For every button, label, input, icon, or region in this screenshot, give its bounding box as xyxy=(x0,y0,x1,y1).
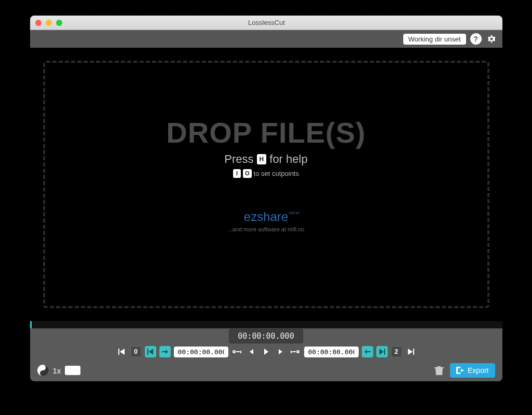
svg-rect-5 xyxy=(384,349,385,355)
time-display-row: 00:00:00.000 xyxy=(30,328,502,344)
step-forward-button[interactable] xyxy=(275,346,287,357)
svg-rect-0 xyxy=(118,349,119,355)
skip-start-icon xyxy=(118,349,125,355)
play-icon xyxy=(264,349,268,355)
end-time-input[interactable] xyxy=(304,347,359,357)
jump-start-button[interactable] xyxy=(231,346,243,357)
playback-controls: 0 2 xyxy=(30,344,502,359)
skip-end-icon xyxy=(408,349,414,355)
svg-rect-8 xyxy=(437,369,438,374)
promo-badge: NEW xyxy=(289,211,299,215)
play-button[interactable] xyxy=(261,346,272,357)
prev-keyframe-icon xyxy=(147,349,154,355)
start-time-input[interactable] xyxy=(174,347,228,357)
hand-right-icon xyxy=(364,349,371,355)
titlebar: LosslessCut xyxy=(30,16,502,30)
gear-icon xyxy=(486,34,497,44)
next-keyframe-icon xyxy=(379,349,385,355)
bottom-right-group: Export xyxy=(434,363,495,378)
settings-button[interactable] xyxy=(486,33,497,45)
svg-marker-3 xyxy=(149,349,153,355)
help-hint: Press H for help xyxy=(224,153,307,166)
prev-keyframe-button[interactable] xyxy=(145,346,156,357)
svg-rect-10 xyxy=(441,369,442,374)
svg-rect-2 xyxy=(147,349,148,355)
playback-speed: 1x xyxy=(53,366,61,375)
skip-start-button[interactable] xyxy=(116,346,127,357)
set-end-button[interactable] xyxy=(362,346,373,357)
hand-left-icon xyxy=(161,349,169,355)
svg-marker-6 xyxy=(408,349,413,355)
step-back-button[interactable] xyxy=(246,346,257,357)
step-forward-icon xyxy=(279,349,282,354)
jump-end-button[interactable] xyxy=(290,346,301,357)
bottom-left-group: 1x xyxy=(37,365,81,376)
speed-selector[interactable] xyxy=(65,366,80,375)
trash-icon xyxy=(434,365,444,376)
kbd-o: O xyxy=(243,169,252,178)
cutpoint-hint: I O to set cutpoints xyxy=(233,169,299,178)
segment-a-button[interactable]: 0 xyxy=(130,346,142,357)
set-start-button[interactable] xyxy=(159,346,171,357)
promo: ezshare NEW ...and more software at mifi… xyxy=(228,210,305,232)
export-button[interactable]: Export xyxy=(450,363,495,378)
main-area: DROP FILE(S) Press H for help I O to set… xyxy=(30,48,502,321)
window-title: LosslessCut xyxy=(36,19,497,26)
help-prefix: Press xyxy=(224,153,253,166)
playhead[interactable] xyxy=(30,321,32,328)
segment-b-button[interactable]: 2 xyxy=(391,346,402,357)
current-time[interactable]: 00:00:00.000 xyxy=(229,329,303,343)
promo-subtitle: ...and more software at mifi.no xyxy=(228,226,305,232)
skip-end-button[interactable] xyxy=(405,346,417,357)
promo-link-text: ezshare xyxy=(244,210,288,224)
key-right-icon xyxy=(291,350,299,353)
kbd-h: H xyxy=(257,154,267,164)
yinyang-button[interactable] xyxy=(37,365,49,376)
svg-rect-7 xyxy=(413,349,414,355)
svg-marker-4 xyxy=(379,349,384,355)
export-label: Export xyxy=(468,366,488,375)
step-back-icon xyxy=(250,349,253,354)
working-dir-button[interactable]: Working dir unset xyxy=(403,34,466,45)
next-keyframe-button[interactable] xyxy=(376,346,388,357)
delete-button[interactable] xyxy=(434,365,444,376)
help-suffix: for help xyxy=(269,153,307,166)
cut-suffix: to set cutpoints xyxy=(254,170,299,177)
dropzone[interactable]: DROP FILE(S) Press H for help I O to set… xyxy=(43,61,489,308)
export-icon xyxy=(456,367,465,374)
app-window: LosslessCut Working dir unset ? DROP FIL… xyxy=(30,16,502,381)
svg-rect-9 xyxy=(439,369,440,374)
promo-link[interactable]: ezshare NEW xyxy=(244,210,288,224)
timeline[interactable] xyxy=(30,321,502,328)
top-toolbar: Working dir unset ? xyxy=(30,30,502,48)
help-button[interactable]: ? xyxy=(470,33,482,45)
dropzone-title: DROP FILE(S) xyxy=(166,116,365,149)
kbd-i: I xyxy=(233,169,241,178)
bottom-bar: 1x Export xyxy=(30,359,502,381)
key-left-icon xyxy=(233,350,241,353)
svg-marker-1 xyxy=(120,349,125,355)
